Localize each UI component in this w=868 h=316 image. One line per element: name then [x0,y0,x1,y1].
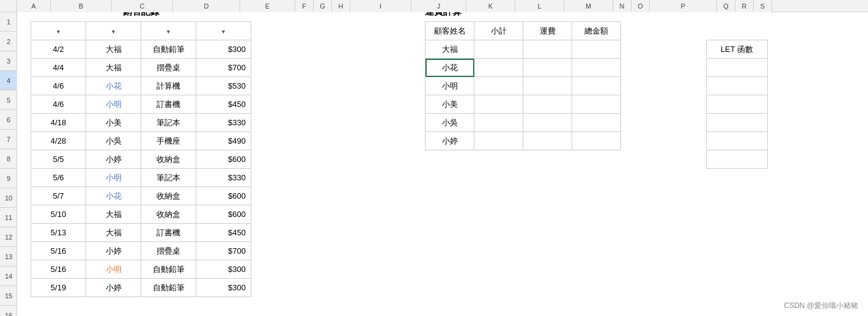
sales-cell-name: 小婷 [86,242,141,260]
shipping-cell-shipping [523,114,572,132]
shipping-cell-total [572,114,621,132]
sales-header-row: ▼ ▼ ▼ ▼ [31,22,251,40]
sales-col-product: ▼ [141,22,196,40]
sales-cell-name: 小明 [86,95,141,114]
col-header-O: O [631,0,650,12]
shipping-cell-shipping [523,132,572,150]
sales-cell-product: 自動鉛筆 [141,279,196,297]
sales-section: 銷售記錄 ▼ ▼ ▼ ▼ 4/2 大福 自動鉛筆 $300 4/4 大福 摺疊桌… [31,6,251,297]
shipping-row: 小美 [425,95,621,114]
sales-col-price: ▼ [196,22,251,40]
shipping-row: 小吳 [425,114,621,132]
sales-row: 4/18 小美 筆記本 $330 [31,114,251,132]
sales-col-name: ▼ [86,22,141,40]
sales-cell-price: $330 [196,169,251,187]
let-cell-5 [707,132,768,150]
filter-icon-date[interactable]: ▼ [56,29,61,35]
sales-row: 4/6 小花 計算機 $530 [31,77,251,95]
sales-cell-date: 4/28 [31,132,86,150]
sales-cell-name: 大福 [86,205,141,224]
col-header-L: L [515,0,564,12]
shipping-cell-total [572,77,621,95]
sales-cell-product: 收納盒 [141,187,196,205]
shipping-cell-shipping [523,40,572,59]
row-num-1: 1 [0,12,17,32]
sales-cell-name: 小美 [86,114,141,132]
let-cell-3 [707,95,768,114]
shipping-row: 大福 [425,40,621,59]
sales-cell-date: 5/10 [31,205,86,224]
let-row-4 [707,114,768,132]
sales-cell-product: 收納盒 [141,150,196,169]
col-header-G: G [314,0,332,12]
shipping-cell-shipping [523,59,572,77]
shipping-table: 顧客姓名 小計 運費 總金額 大福 小花 小明 小美 小吳 [425,21,621,150]
sales-row: 5/6 小明 筆記本 $330 [31,169,251,187]
let-cell-6 [707,150,768,169]
let-cell-4 [707,114,768,132]
sales-cell-price: $530 [196,77,251,95]
sales-row: 5/10 大福 收納盒 $600 [31,205,251,224]
sales-cell-price: $450 [196,224,251,242]
col-header-S: S [754,0,772,12]
row-num-14: 14 [0,266,17,286]
col-header-M: M [564,0,613,12]
shipping-cell-subtotal [474,95,523,114]
sales-cell-price: $700 [196,242,251,260]
shipping-col-total: 總金額 [572,22,621,40]
let-row-2 [707,77,768,95]
shipping-cell-subtotal [474,40,523,59]
col-header-P: P [650,0,717,12]
sales-cell-date: 5/7 [31,187,86,205]
shipping-cell-subtotal [474,132,523,150]
sales-cell-product: 自動鉛筆 [141,260,196,279]
sales-cell-date: 5/6 [31,169,86,187]
row-num-7: 7 [0,130,17,149]
sales-cell-date: 5/16 [31,260,86,279]
sales-cell-name: 大福 [86,224,141,242]
col-header-Q: Q [717,0,735,12]
shipping-col-shipping: 運費 [523,22,572,40]
sales-cell-price: $330 [196,114,251,132]
let-header-row: LET 函數 [707,40,768,59]
sales-cell-price: $490 [196,132,251,150]
let-table: LET 函數 [706,40,768,169]
shipping-row: 小婷 [425,132,621,150]
shipping-cell-total [572,40,621,59]
sales-cell-date: 4/18 [31,114,86,132]
col-header-A: A [17,0,51,12]
sales-col-date: ▼ [31,22,86,40]
sales-cell-name: 小花 [86,187,141,205]
shipping-cell-name: 小美 [425,95,474,114]
sales-cell-name: 大福 [86,40,141,59]
col-header-H: H [332,0,350,12]
row-num-4: 4 [0,71,17,90]
watermark: CSDN @愛你哦小豬豬 [784,301,858,311]
col-header-F: F [295,0,314,12]
sales-cell-date: 5/16 [31,242,86,260]
sales-table: ▼ ▼ ▼ ▼ 4/2 大福 自動鉛筆 $300 4/4 大福 摺疊桌 $700… [31,21,251,297]
filter-icon-name[interactable]: ▼ [111,29,116,35]
filter-icon-price[interactable]: ▼ [221,29,226,35]
shipping-cell-name: 大福 [425,40,474,59]
sales-cell-price: $300 [196,260,251,279]
shipping-cell-shipping [523,95,572,114]
col-header-D: D [173,0,240,12]
shipping-header-row: 顧客姓名 小計 運費 總金額 [425,22,621,40]
sales-cell-name: 小明 [86,169,141,187]
sales-cell-price: $600 [196,205,251,224]
let-cell-1 [707,59,768,77]
shipping-col-name: 顧客姓名 [425,22,474,40]
shipping-table-body: 大福 小花 小明 小美 小吳 小婷 [425,40,621,150]
sales-cell-product: 摺疊桌 [141,59,196,77]
sales-cell-date: 5/13 [31,224,86,242]
shipping-cell-subtotal [474,59,523,77]
sales-cell-date: 4/6 [31,95,86,114]
let-row-1 [707,59,768,77]
corner-cell [0,0,17,12]
filter-icon-product[interactable]: ▼ [166,29,171,35]
sales-table-body: 4/2 大福 自動鉛筆 $300 4/4 大福 摺疊桌 $700 4/6 小花 … [31,40,251,297]
sales-cell-name: 小婷 [86,279,141,297]
row-num-6: 6 [0,110,17,130]
sales-row: 5/16 小婷 摺疊桌 $700 [31,242,251,260]
